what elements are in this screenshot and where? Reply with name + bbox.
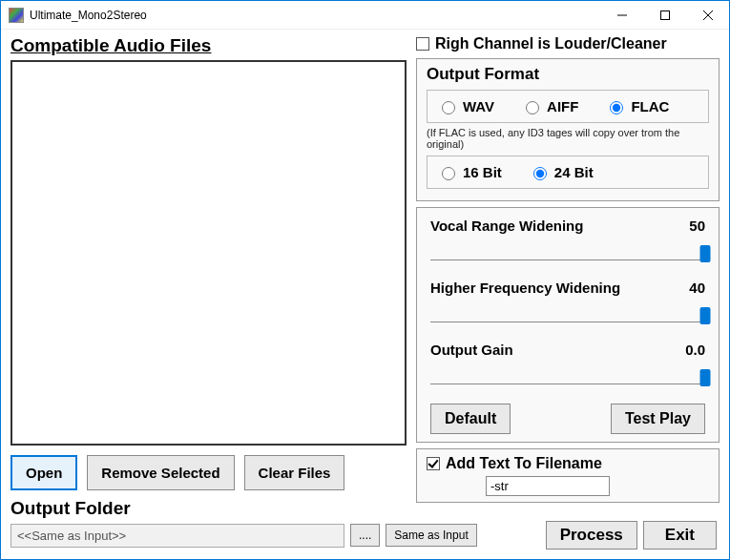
sliders-group: Vocal Range Widening 50 Higher Frequency…: [416, 207, 720, 443]
close-icon: [703, 10, 713, 20]
clear-files-button[interactable]: Clear Files: [244, 455, 345, 490]
left-panel: Compatible Audio Files Open Remove Selec…: [10, 35, 407, 550]
hf-label: Higher Frequency Widening: [430, 280, 620, 296]
minimize-icon: [617, 10, 627, 20]
format-flac-radio[interactable]: FLAC: [605, 98, 669, 114]
minimize-button[interactable]: [600, 1, 643, 29]
gain-value: 0.0: [685, 342, 705, 358]
hf-slider-group: Higher Frequency Widening 40: [430, 280, 705, 322]
slider-thumb-icon: [700, 307, 711, 324]
app-window: Ultimate_Mono2Stereo Compatible Audio Fi…: [0, 0, 730, 560]
svg-rect-1: [660, 10, 669, 19]
output-folder-field[interactable]: <<Same as Input>>: [10, 524, 344, 548]
output-folder-label: Output Folder: [10, 498, 407, 519]
close-button[interactable]: [686, 1, 729, 29]
checkbox-icon: [427, 457, 440, 470]
output-format-group: Output Format WAV AIFF FLAC (If FLAC is …: [416, 58, 720, 201]
vocal-label: Vocal Range Widening: [430, 218, 583, 234]
vocal-value: 50: [689, 218, 705, 234]
gain-slider-group: Output Gain 0.0: [430, 342, 705, 384]
content-area: Compatible Audio Files Open Remove Selec…: [1, 30, 729, 559]
bit24-radio[interactable]: 24 Bit: [529, 164, 594, 180]
files-heading: Compatible Audio Files: [10, 35, 407, 56]
maximize-icon: [660, 10, 670, 20]
format-aiff-radio[interactable]: AIFF: [521, 98, 578, 114]
test-play-button[interactable]: Test Play: [611, 404, 705, 434]
file-listbox[interactable]: [10, 60, 407, 446]
add-text-label: Add Text To Filename: [446, 455, 602, 472]
filename-group: Add Text To Filename: [416, 448, 720, 503]
gain-slider[interactable]: [430, 365, 705, 384]
vocal-slider-group: Vocal Range Widening 50: [430, 218, 705, 260]
output-format-title: Output Format: [427, 65, 709, 84]
vocal-slider[interactable]: [430, 241, 705, 260]
maximize-button[interactable]: [643, 1, 686, 29]
right-panel: Righ Channel is Louder/Cleaner Output Fo…: [416, 35, 720, 550]
add-text-checkbox[interactable]: Add Text To Filename: [427, 455, 709, 472]
slider-thumb-icon: [700, 245, 711, 262]
remove-selected-button[interactable]: Remove Selected: [87, 455, 234, 490]
format-radio-row: WAV AIFF FLAC: [427, 90, 709, 123]
gain-label: Output Gain: [430, 342, 513, 358]
filename-suffix-input[interactable]: [486, 476, 610, 496]
slider-thumb-icon: [700, 369, 711, 386]
open-button[interactable]: Open: [10, 455, 77, 490]
format-wav-radio[interactable]: WAV: [437, 98, 494, 114]
app-icon: [9, 8, 24, 23]
default-button[interactable]: Default: [430, 404, 511, 434]
bit-radio-row: 16 Bit 24 Bit: [427, 156, 709, 189]
hf-value: 40: [689, 280, 705, 296]
flac-note: (If FLAC is used, any ID3 tages will cop…: [427, 127, 709, 150]
bit16-radio[interactable]: 16 Bit: [437, 164, 502, 180]
checkbox-icon: [416, 37, 429, 51]
right-channel-checkbox[interactable]: Righ Channel is Louder/Cleaner: [416, 35, 720, 52]
window-title: Ultimate_Mono2Stereo: [30, 9, 147, 22]
titlebar: Ultimate_Mono2Stereo: [1, 1, 729, 30]
right-channel-label: Righ Channel is Louder/Cleaner: [435, 35, 667, 52]
hf-slider[interactable]: [430, 303, 705, 322]
browse-folder-button[interactable]: ....: [350, 524, 380, 547]
